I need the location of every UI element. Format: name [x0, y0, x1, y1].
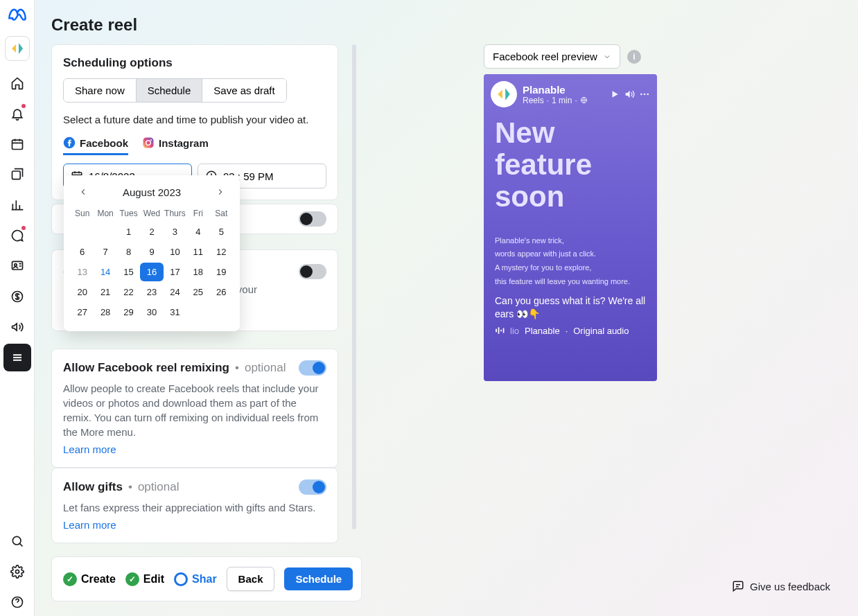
- search-icon[interactable]: [3, 527, 31, 555]
- gifts-learn-more-link[interactable]: Learn more: [63, 519, 116, 531]
- reel-audio-brand: Planable: [525, 326, 560, 336]
- calendar-day[interactable]: 3: [164, 222, 186, 241]
- calendar-day[interactable]: 13: [71, 263, 94, 281]
- calendar-day[interactable]: 27: [71, 303, 94, 322]
- save-draft-button[interactable]: Save as draft: [202, 79, 286, 102]
- inbox-icon[interactable]: [3, 222, 31, 249]
- calendar-day[interactable]: 2: [140, 222, 163, 241]
- preview-mode-label: Facebook reel preview: [493, 51, 597, 62]
- svg-rect-1: [12, 171, 20, 179]
- calendar-day[interactable]: 21: [94, 283, 116, 301]
- remix-optional: optional: [245, 361, 286, 375]
- calendar-day[interactable]: 9: [140, 243, 163, 261]
- calendar-dow: Wed: [140, 206, 163, 221]
- svg-point-6: [15, 570, 19, 574]
- calendar-day[interactable]: 10: [164, 243, 186, 261]
- instagram-icon: [142, 137, 155, 149]
- info-icon[interactable]: i: [627, 50, 641, 64]
- facebook-tab[interactable]: Facebook: [63, 137, 128, 155]
- content-icon[interactable]: [3, 161, 31, 188]
- dot-separator: •: [235, 361, 239, 375]
- insights-icon[interactable]: [3, 191, 31, 219]
- home-icon[interactable]: [3, 69, 31, 97]
- schedule-submit-button[interactable]: Schedule: [284, 567, 353, 590]
- calendar-day[interactable]: 1: [117, 222, 140, 241]
- calendar-day[interactable]: 29: [117, 303, 140, 322]
- all-tools-icon[interactable]: [3, 344, 31, 371]
- hidden-option-2-toggle[interactable]: [299, 264, 326, 279]
- planner-icon[interactable]: [3, 130, 31, 158]
- wizard-steps: ✓Create ✓Edit Shar Back Schedule: [51, 556, 362, 601]
- gifts-toggle[interactable]: [299, 479, 326, 495]
- hidden-option-1-toggle[interactable]: [299, 211, 326, 227]
- share-now-button[interactable]: Share now: [64, 79, 137, 102]
- gifts-card: Allow gifts • optional Let fans express …: [51, 468, 338, 543]
- reel-hero-text: New feature soon: [484, 114, 657, 216]
- step-share[interactable]: Shar: [174, 572, 217, 586]
- svg-point-11: [150, 139, 152, 141]
- calendar-day[interactable]: 14: [94, 263, 116, 281]
- settings-icon[interactable]: [3, 558, 31, 586]
- platform-tabs: Facebook Instagram: [63, 137, 326, 155]
- calendar-day[interactable]: 26: [210, 283, 233, 301]
- remix-learn-more-link[interactable]: Learn more: [63, 443, 116, 455]
- calendar-popover: August 2023 SunMonTuesWedThursFriSat1234…: [64, 175, 240, 331]
- calendar-day[interactable]: 7: [94, 243, 116, 261]
- monetization-icon[interactable]: [3, 283, 31, 310]
- preview-mode-select[interactable]: Facebook reel preview: [484, 44, 620, 69]
- ads-icon[interactable]: [3, 313, 31, 341]
- reel-poem: Planable's new trick, words appear with …: [484, 234, 657, 289]
- calendar-day[interactable]: 18: [186, 263, 209, 281]
- calendar-day[interactable]: 25: [186, 283, 209, 301]
- remix-toggle[interactable]: [299, 360, 326, 376]
- scrollbar[interactable]: [352, 44, 356, 529]
- calendar-day[interactable]: 31: [164, 303, 186, 322]
- feedback-button[interactable]: Give us feedback: [732, 580, 830, 592]
- instagram-tab[interactable]: Instagram: [142, 137, 209, 155]
- calendar-day[interactable]: 30: [140, 303, 163, 322]
- reel-caption: Can you guess what it is? We're all ears…: [484, 289, 657, 322]
- calendar-day[interactable]: 24: [164, 283, 186, 301]
- reel-audio-track: Original audio: [573, 326, 629, 336]
- svg-rect-0: [12, 140, 22, 149]
- calendar-day[interactable]: 19: [210, 263, 233, 281]
- calendar-day[interactable]: 20: [71, 283, 94, 301]
- help-icon[interactable]: [3, 588, 31, 616]
- more-icon[interactable]: [639, 89, 650, 100]
- schedule-button[interactable]: Schedule: [137, 79, 203, 102]
- calendar-day[interactable]: 4: [186, 222, 209, 241]
- radio-current-icon: [174, 572, 188, 586]
- calendar-day[interactable]: 8: [117, 243, 140, 261]
- calendar-day[interactable]: 16: [140, 263, 163, 281]
- calendar-day[interactable]: 22: [117, 283, 140, 301]
- audience-icon[interactable]: [3, 252, 31, 280]
- notifications-icon[interactable]: [3, 100, 31, 127]
- calendar-day[interactable]: 23: [140, 283, 163, 301]
- play-icon[interactable]: [610, 89, 620, 99]
- calendar-day[interactable]: 11: [186, 243, 209, 261]
- reel-preview: Planable Reels · 1 min · New feature soo…: [484, 74, 657, 381]
- calendar-day[interactable]: 5: [210, 222, 233, 241]
- volume-icon[interactable]: [624, 89, 635, 100]
- sidebar: [0, 0, 35, 616]
- calendar-next-button[interactable]: [213, 185, 227, 199]
- planable-app-icon[interactable]: [5, 36, 30, 61]
- calendar-day[interactable]: 6: [71, 243, 94, 261]
- calendar-day[interactable]: 12: [210, 243, 233, 261]
- remix-desc: Allow people to create Facebook reels th…: [63, 381, 326, 439]
- back-button[interactable]: Back: [227, 567, 275, 591]
- schedule-helper: Select a future date and time to publish…: [63, 114, 326, 125]
- dot-separator: •: [128, 480, 132, 494]
- calendar-grid: SunMonTuesWedThursFriSat1234567891011121…: [71, 206, 233, 322]
- calendar-dow: Thurs: [164, 206, 186, 221]
- step-edit[interactable]: ✓Edit: [125, 572, 164, 586]
- svg-point-15: [640, 94, 642, 96]
- calendar-prev-button[interactable]: [76, 185, 90, 199]
- step-create[interactable]: ✓Create: [63, 572, 116, 586]
- remix-title: Allow Facebook reel remixing: [63, 361, 229, 375]
- calendar-day[interactable]: 28: [94, 303, 116, 322]
- meta-logo: [8, 7, 27, 26]
- calendar-day[interactable]: 15: [117, 263, 140, 281]
- calendar-day[interactable]: 17: [164, 263, 186, 281]
- svg-rect-19: [498, 328, 500, 334]
